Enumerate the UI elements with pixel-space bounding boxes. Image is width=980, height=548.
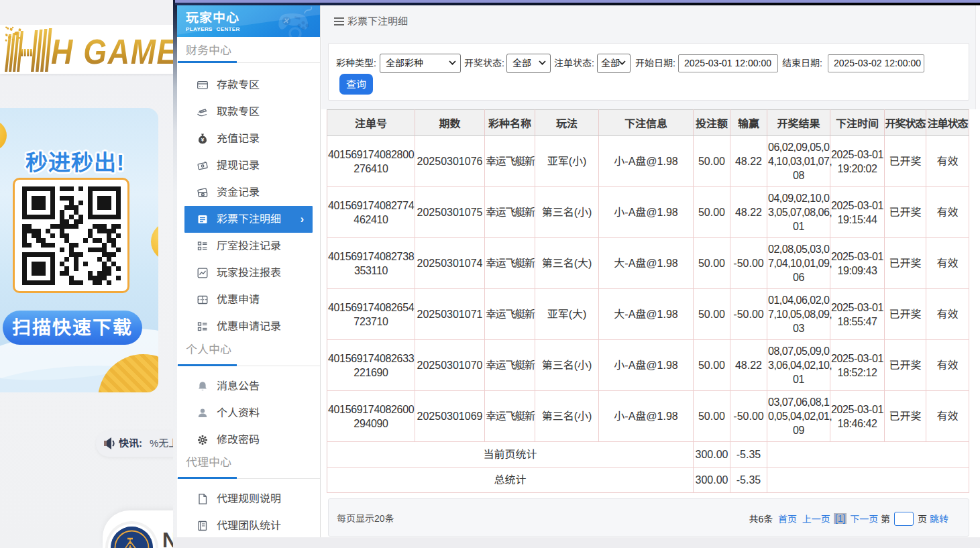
svg-text:H GAME: H GAME bbox=[51, 32, 174, 71]
svg-text:¥: ¥ bbox=[201, 137, 205, 143]
